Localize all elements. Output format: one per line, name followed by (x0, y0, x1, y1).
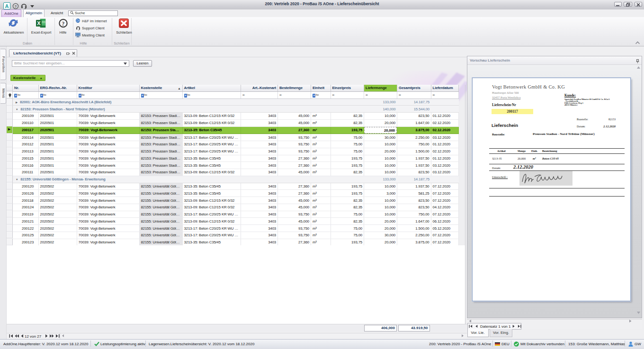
svg-text:?: ? (62, 20, 65, 27)
svg-text:?: ? (15, 4, 17, 9)
svg-text:X: X (37, 20, 41, 26)
